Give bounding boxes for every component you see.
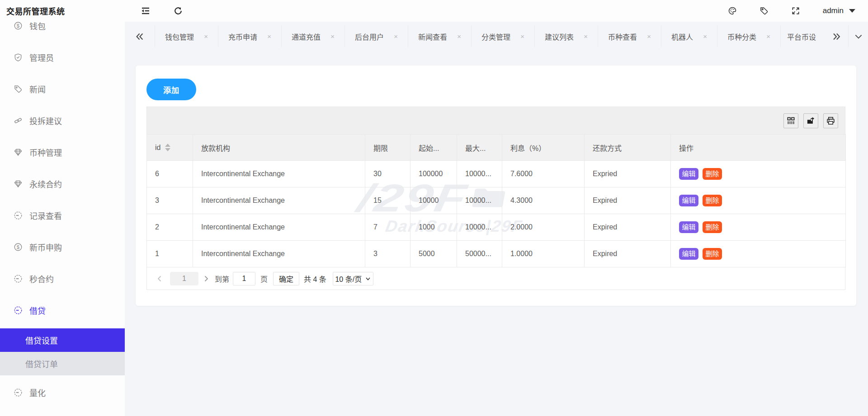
goto-page-input[interactable] — [233, 272, 255, 285]
next-page-button[interactable] — [200, 276, 212, 282]
tabs-scroll-right[interactable] — [824, 25, 849, 47]
tab-后台用户[interactable]: 后台用户× — [345, 25, 408, 47]
tab-close-icon[interactable]: × — [703, 33, 707, 40]
tab-label: 后台用户 — [355, 31, 384, 42]
tab-close-icon[interactable]: × — [647, 33, 651, 40]
content-card: 添加 / 29F DarkSource|29F — [136, 65, 856, 306]
tab-钱包管理[interactable]: 钱包管理× — [155, 25, 218, 47]
tab-close-icon[interactable]: × — [520, 33, 524, 40]
current-page[interactable]: 1 — [170, 272, 198, 285]
theme-palette-icon[interactable] — [728, 6, 737, 15]
sidebar-subitem-借贷订单[interactable]: 借贷订单 — [0, 352, 125, 375]
tab-通道充值[interactable]: 通道充值× — [282, 25, 345, 47]
tab-close-icon[interactable]: × — [204, 33, 208, 40]
total-count-label: 共 4 条 — [304, 273, 326, 284]
edit-button[interactable]: 编辑 — [679, 248, 698, 260]
sidebar-item-label: 新闻 — [29, 83, 46, 95]
user-menu[interactable]: admin — [823, 6, 855, 15]
tab-close-icon[interactable]: × — [267, 33, 271, 40]
tab-label: 机器人 — [671, 31, 693, 42]
tab-机器人[interactable]: 机器人× — [661, 25, 717, 47]
tab-close-icon[interactable]: × — [394, 33, 398, 40]
delete-button[interactable]: 删除 — [703, 221, 722, 233]
cell-interest: 7.6000 — [502, 161, 585, 187]
columns-filter-button[interactable] — [783, 113, 798, 128]
delete-button[interactable]: 删除 — [703, 168, 722, 180]
sidebar-item-新币申购[interactable]: $新币申购 — [0, 231, 125, 263]
add-button[interactable]: 添加 — [146, 79, 196, 100]
sidebar-item-label: 借贷 — [29, 304, 46, 316]
sidebar-item-币种管理[interactable]: 币种管理 — [0, 136, 125, 168]
chevron-down-icon — [854, 32, 863, 41]
tab-建议列表[interactable]: 建议列表× — [535, 25, 598, 47]
refresh-icon[interactable] — [174, 6, 183, 15]
tag-icon[interactable] — [760, 6, 769, 15]
sidebar-subitem-借贷设置[interactable]: 借贷设置 — [0, 328, 125, 352]
sidebar-item-借贷[interactable]: 借贷 — [0, 294, 125, 326]
export-button[interactable] — [803, 113, 818, 128]
cell-max: 10000... — [457, 214, 502, 241]
sidebar-item-记录查看[interactable]: 记录查看 — [0, 200, 125, 231]
table-row: 3Intercontinental Exchange151000010000..… — [147, 187, 846, 214]
tab-close-icon[interactable]: × — [457, 33, 461, 40]
sort-caret-icon[interactable] — [165, 144, 170, 151]
tab-close-icon[interactable]: × — [584, 33, 588, 40]
column-header-操作: 操作 — [671, 135, 846, 161]
chevron-right-icon — [203, 276, 209, 282]
gem-icon — [14, 148, 23, 157]
tab-充币申请[interactable]: 充币申请× — [218, 25, 282, 47]
cell-start: 5000 — [410, 241, 457, 267]
column-header-最大...: 最大... — [457, 135, 502, 161]
edit-button[interactable]: 编辑 — [679, 221, 698, 233]
sidebar-item-永续合约[interactable]: 永续合约 — [0, 168, 125, 200]
tab-分类管理[interactable]: 分类管理× — [472, 25, 535, 47]
caret-down-icon — [849, 9, 855, 13]
sidebar-item-label: 秒合约 — [29, 273, 54, 285]
table-toolbar — [146, 107, 845, 134]
tab-币种分类[interactable]: 币种分类× — [717, 25, 781, 47]
confirm-page-button[interactable]: 确定 — [273, 272, 299, 285]
cell-term: 15 — [365, 187, 410, 214]
link-icon — [14, 116, 23, 125]
sidebar-item-label: 记录查看 — [29, 210, 62, 221]
gauge-icon — [14, 388, 23, 397]
column-header-利息（%）: 利息（%） — [502, 135, 585, 161]
tabs-dropdown-toggle[interactable] — [849, 25, 868, 47]
cell-org: Intercontinental Exchange — [193, 161, 365, 187]
app-title: 交易所管理系统 — [6, 5, 65, 17]
cell-id: 3 — [147, 187, 193, 214]
tabs-scroll-left[interactable] — [125, 25, 155, 47]
column-header-label: 还款方式 — [593, 142, 622, 153]
sidebar-item-管理员[interactable]: 管理员 — [0, 42, 125, 73]
column-header-还款方式: 还款方式 — [585, 135, 671, 161]
sidebar-item-label: 管理员 — [29, 51, 54, 63]
tab-新闻查看[interactable]: 新闻查看× — [408, 25, 472, 47]
column-header-id[interactable]: id — [147, 135, 193, 161]
tab-平台币设[interactable]: 平台币设 — [781, 25, 824, 47]
sidebar-item-量化[interactable]: 量化 — [0, 377, 125, 408]
fullscreen-icon[interactable] — [791, 6, 800, 15]
menu-fold-icon[interactable] — [141, 6, 150, 15]
cell-repay: Expired — [585, 214, 671, 241]
cell-repay: Expried — [585, 161, 671, 187]
page-size-select[interactable]: 10 条/页 — [333, 272, 373, 285]
sidebar-item-秒合约[interactable]: 秒合约 — [0, 263, 125, 294]
print-button[interactable] — [823, 113, 838, 128]
cell-id: 1 — [147, 241, 193, 267]
tab-label: 钱包管理 — [165, 31, 194, 42]
print-icon — [826, 117, 835, 125]
cell-org: Intercontinental Exchange — [193, 241, 365, 267]
sidebar-item-新闻[interactable]: 新闻 — [0, 73, 125, 105]
delete-button[interactable]: 删除 — [703, 195, 722, 206]
sidebar-item-投拆建议[interactable]: 投拆建议 — [0, 105, 125, 136]
columns-icon — [787, 117, 795, 125]
coin-icon: $ — [14, 243, 23, 252]
edit-button[interactable]: 编辑 — [679, 168, 698, 180]
tab-close-icon[interactable]: × — [766, 33, 770, 40]
prev-page-button[interactable] — [154, 276, 165, 282]
svg-text:$: $ — [17, 23, 20, 28]
delete-button[interactable]: 删除 — [703, 248, 722, 260]
edit-button[interactable]: 编辑 — [679, 195, 698, 206]
tab-币种查看[interactable]: 币种查看× — [598, 25, 661, 47]
tab-close-icon[interactable]: × — [330, 33, 335, 40]
